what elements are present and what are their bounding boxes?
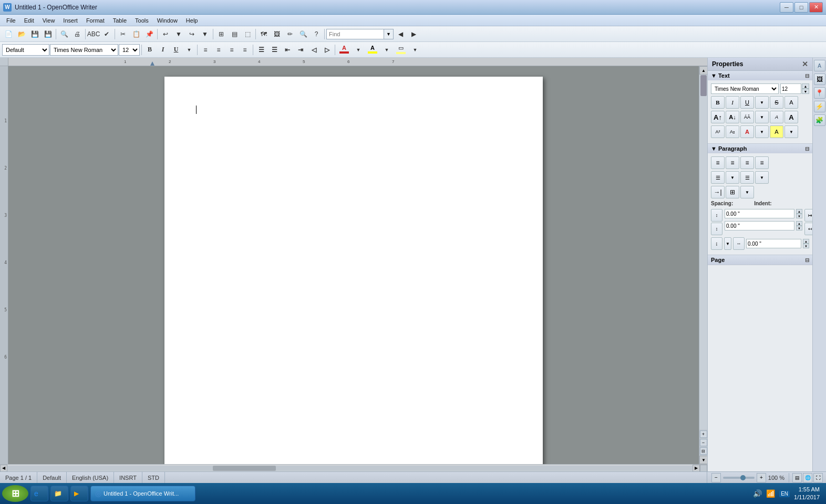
background-color-button[interactable]: ▭ xyxy=(394,44,408,56)
redo-button[interactable]: ↪ xyxy=(185,28,198,40)
save-button[interactable]: 💾 xyxy=(28,28,41,40)
props-size-input[interactable] xyxy=(780,83,801,94)
start-button[interactable]: ⊞ xyxy=(2,485,28,502)
status-zoom-in[interactable]: + xyxy=(757,473,766,482)
char-highlight-dropdown[interactable]: ▼ xyxy=(380,44,393,56)
bold-button[interactable]: B xyxy=(143,44,156,56)
spacing-below-up[interactable]: ▲ xyxy=(796,221,802,226)
maximize-button[interactable]: □ xyxy=(794,2,808,13)
find-next-button[interactable]: ▶ xyxy=(407,28,420,40)
styles-icon-button[interactable]: A xyxy=(814,60,825,71)
status-zoom-out[interactable]: − xyxy=(711,473,721,482)
font-color-dropdown[interactable]: ▼ xyxy=(352,44,365,56)
menu-window[interactable]: Window xyxy=(153,16,182,25)
columns-button[interactable]: ▤ xyxy=(228,28,241,40)
spacing-above-down[interactable]: ▼ xyxy=(796,214,802,218)
table-button[interactable]: ⊞ xyxy=(215,28,228,40)
left-indent-marker[interactable] xyxy=(150,61,154,66)
extensions-right-icon-button[interactable]: 🧩 xyxy=(814,114,825,126)
props-indent-more-button[interactable]: →| xyxy=(711,186,725,198)
spell-check-button[interactable]: ABC xyxy=(87,28,100,40)
document-page[interactable] xyxy=(164,77,543,464)
gallery-button[interactable]: 🖼 xyxy=(271,28,283,40)
macro-right-icon-button[interactable]: ⚡ xyxy=(814,101,825,112)
zoom-button[interactable]: 🔍 xyxy=(297,28,309,40)
spacing-above-input[interactable] xyxy=(725,209,794,218)
spacing-above-icon[interactable]: ↕ xyxy=(711,209,722,222)
system-clock[interactable]: 1:55 AM 1/11/2017 xyxy=(794,486,820,502)
indent-less-button[interactable]: ⇤ xyxy=(281,44,294,56)
props-bold-button[interactable]: B xyxy=(711,96,725,109)
find-prev-button[interactable]: ◀ xyxy=(394,28,407,40)
scroll-left-button[interactable]: ◀ xyxy=(0,465,7,472)
props-underline-button[interactable]: U xyxy=(740,96,754,109)
taskbar-ie-button[interactable]: e xyxy=(30,486,48,501)
autocorrect-button[interactable]: ✔ xyxy=(100,28,113,40)
fullscreen-view-button[interactable]: ⛶ xyxy=(813,473,823,482)
props-bullets-button[interactable]: ☰ xyxy=(711,171,725,184)
props-borders-dropdown[interactable]: ▼ xyxy=(740,186,754,198)
font-size-select[interactable]: 12 xyxy=(119,44,140,56)
zoom-in-button[interactable]: + xyxy=(700,430,707,438)
close-button[interactable]: ✕ xyxy=(809,2,823,13)
props-font-select[interactable]: Times New Roman xyxy=(711,83,779,94)
menu-view[interactable]: View xyxy=(38,16,59,25)
text-section-collapse[interactable]: ⊟ xyxy=(805,73,809,79)
paragraph-section-collapse[interactable]: ⊟ xyxy=(805,146,809,152)
find-dropdown[interactable]: ▼ xyxy=(384,29,394,39)
taskbar-writer-button[interactable]: ◎ Untitled 1 - OpenOffice Writ... xyxy=(90,486,195,501)
copy-button[interactable]: 📋 xyxy=(130,28,142,40)
props-align-center-button[interactable]: ≡ xyxy=(726,156,739,169)
scroll-down-button[interactable]: ▼ xyxy=(699,456,707,464)
numbering-button[interactable]: ☰ xyxy=(268,44,281,56)
props-underline-dropdown[interactable]: ▼ xyxy=(755,96,769,109)
help-button[interactable]: ? xyxy=(310,28,323,40)
props-align-right-button[interactable]: ≡ xyxy=(740,156,754,169)
indent-char-icon[interactable]: ↔ xyxy=(733,237,745,250)
taskbar-explorer-button[interactable]: 📁 xyxy=(50,486,68,501)
props-borders-button[interactable]: ⊞ xyxy=(726,186,739,198)
spacing-below-down[interactable]: ▼ xyxy=(796,226,802,230)
cut-button[interactable]: ✂ xyxy=(117,28,129,40)
print-preview-button[interactable]: 🔍 xyxy=(58,28,70,40)
scroll-right-button[interactable]: ▶ xyxy=(693,465,700,472)
menu-table[interactable]: Table xyxy=(109,16,131,25)
props-italic-button[interactable]: I xyxy=(726,96,739,109)
spacing-above-up[interactable]: ▲ xyxy=(796,209,802,214)
outdent-button[interactable]: ◁ xyxy=(307,44,320,56)
indent-more-button[interactable]: ⇥ xyxy=(294,44,307,56)
props-char-size-button[interactable]: A xyxy=(784,111,798,123)
paragraph-section-header[interactable]: ▼ Paragraph ⊟ xyxy=(708,144,812,153)
zoom-out-button[interactable]: − xyxy=(700,439,707,446)
line-spacing-up[interactable]: ▲ xyxy=(803,239,809,244)
props-color-dropdown[interactable]: ▼ xyxy=(755,125,769,138)
text-section-header[interactable]: ▼ Text ⊟ xyxy=(708,71,812,80)
menu-format[interactable]: Format xyxy=(82,16,109,25)
find-input[interactable] xyxy=(326,29,384,39)
indent2-button[interactable]: ▷ xyxy=(321,44,333,56)
props-align-justify-button[interactable]: ≡ xyxy=(755,156,769,169)
fit-page-button[interactable]: ⊟ xyxy=(700,447,707,455)
menu-file[interactable]: File xyxy=(2,16,20,25)
props-sub-button[interactable]: A₂ xyxy=(726,125,739,138)
underline-button[interactable]: U xyxy=(170,44,182,56)
paste-button[interactable]: 📌 xyxy=(143,28,156,40)
align-right-button[interactable]: ≡ xyxy=(225,44,238,56)
navigator-button[interactable]: 🗺 xyxy=(257,28,270,40)
menu-edit[interactable]: Edit xyxy=(20,16,38,25)
props-strikethrough-button[interactable]: S xyxy=(770,96,783,109)
props-overline-button[interactable]: A xyxy=(784,96,798,109)
font-name-select[interactable]: Times New Roman xyxy=(50,44,118,56)
taskbar-media-button[interactable]: ▶ xyxy=(70,486,88,501)
normal-view-button[interactable]: ▤ xyxy=(792,473,802,482)
document-canvas[interactable] xyxy=(8,66,699,464)
line-spacing-down[interactable]: ▼ xyxy=(803,244,809,248)
navigator-right-icon-button[interactable]: 📍 xyxy=(814,87,825,99)
vertical-scrollbar-thumb[interactable] xyxy=(700,75,707,96)
open-button[interactable]: 📂 xyxy=(15,28,28,40)
save-as-button[interactable]: 💾 xyxy=(42,28,54,40)
menu-tools[interactable]: Tools xyxy=(131,16,153,25)
props-color-button[interactable]: A xyxy=(740,125,754,138)
line-spacing-icon[interactable]: ↨ xyxy=(711,237,722,250)
background-color-dropdown[interactable]: ▼ xyxy=(409,44,421,56)
